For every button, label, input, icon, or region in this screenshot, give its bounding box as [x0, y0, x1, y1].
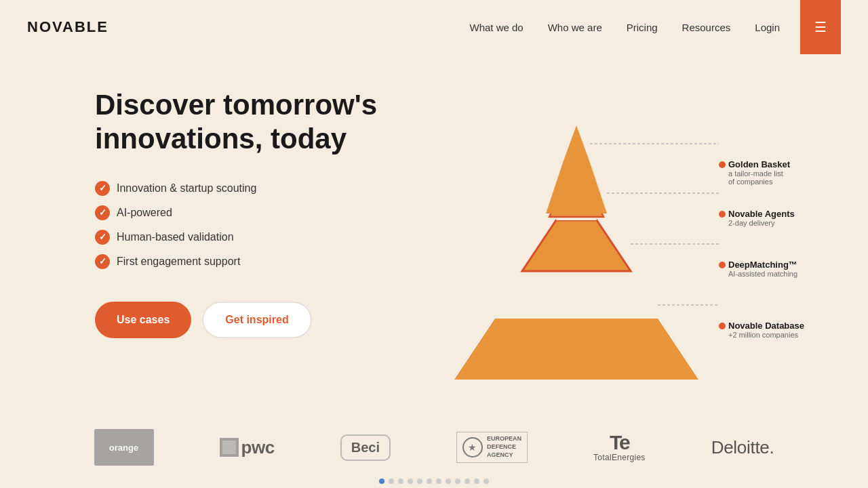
logo-beci: Beci — [340, 427, 391, 468]
dot-0[interactable] — [379, 479, 384, 484]
logo-orange: orange — [94, 427, 154, 468]
svg-marker-1 — [495, 271, 658, 319]
nav-link-login[interactable]: Login — [755, 22, 780, 33]
get-inspired-button[interactable]: Get inspired — [202, 302, 311, 338]
feature-text-2: Human-based validation — [117, 231, 234, 243]
hero-right: Golden Basket a tailor-made listof compa… — [434, 81, 773, 420]
logo-deloitte: Deloitte. — [711, 427, 774, 468]
label-sub-3: +2 million companies — [719, 331, 804, 339]
eda-text: EUROPEANDEFENCEAGENCY — [487, 435, 521, 459]
feature-list: Innovation & startup scouting AI-powered… — [95, 181, 434, 269]
check-icon-3 — [95, 254, 110, 269]
hero-section: Discover tomorrow's innovations, today I… — [0, 54, 868, 420]
pyramid-diagram: Golden Basket a tailor-made listof compa… — [434, 95, 773, 407]
eda-circle: ★ — [462, 437, 483, 458]
nav-link-pricing[interactable]: Pricing — [627, 22, 658, 33]
check-icon-0 — [95, 181, 110, 196]
check-icon-2 — [95, 230, 110, 245]
logo[interactable]: NOVABLE — [27, 18, 108, 36]
navbar: NOVABLE What we do Who we are Pricing Re… — [0, 0, 868, 54]
use-cases-button[interactable]: Use cases — [95, 302, 191, 338]
te-name: TotalEnergies — [593, 453, 646, 462]
pyramid-label-0: Golden Basket a tailor-made listof compa… — [719, 159, 790, 186]
dot-10[interactable] — [474, 479, 479, 484]
dot-6[interactable] — [436, 479, 441, 484]
label-dot-1 — [719, 211, 726, 218]
feature-item-2: Human-based validation — [95, 230, 434, 245]
dot-1[interactable] — [389, 479, 394, 484]
dot-2[interactable] — [398, 479, 403, 484]
label-sub-1: 2-day delivery — [719, 219, 795, 227]
logos-section: orange pwc Beci ★ EUROPEANDEFENCEAGENCY … — [0, 420, 868, 468]
label-dot-0 — [719, 161, 726, 168]
label-title-2: DeepMatching™ — [728, 260, 797, 270]
pyramid-label-2: DeepMatching™ AI-assisted matching — [719, 260, 797, 278]
logo-total-energies: Te TotalEnergies — [593, 427, 646, 468]
feature-text-0: Innovation & startup scouting — [117, 182, 256, 195]
feature-item-0: Innovation & startup scouting — [95, 181, 434, 196]
feature-item-3: First engagement support — [95, 254, 434, 269]
nav-link-who-we-are[interactable]: Who we are — [548, 22, 602, 33]
hero-title: Discover tomorrow's innovations, today — [95, 88, 420, 157]
dot-9[interactable] — [465, 479, 470, 484]
pwc-icon — [220, 438, 239, 457]
logo-eda: ★ EUROPEANDEFENCEAGENCY — [456, 427, 528, 468]
pwc-text: pwc — [241, 437, 275, 458]
hero-buttons: Use cases Get inspired — [95, 302, 434, 338]
dot-5[interactable] — [427, 479, 432, 484]
check-icon-1 — [95, 205, 110, 220]
feature-item-1: AI-powered — [95, 205, 434, 220]
label-dot-2 — [719, 262, 726, 268]
svg-marker-0 — [454, 319, 698, 380]
nav-link-what-we-do[interactable]: What we do — [469, 22, 523, 33]
dot-8[interactable] — [455, 479, 460, 484]
dot-7[interactable] — [446, 479, 451, 484]
eda-logo: ★ EUROPEANDEFENCEAGENCY — [456, 432, 528, 462]
hero-left: Discover tomorrow's innovations, today I… — [95, 81, 434, 338]
svg-marker-11 — [563, 125, 590, 163]
dot-11[interactable] — [484, 479, 489, 484]
te-letters: Te — [610, 432, 629, 453]
label-sub-0: a tailor-made listof companies — [719, 169, 790, 186]
label-title-1: Novable Agents — [728, 209, 795, 219]
logo-pwc: pwc — [220, 427, 275, 468]
te-logo: Te TotalEnergies — [593, 432, 646, 462]
pyramid-label-3: Novable Database +2 million companies — [719, 321, 804, 339]
label-dot-3 — [719, 323, 726, 329]
label-title-3: Novable Database — [728, 321, 804, 331]
label-title-0: Golden Basket — [728, 159, 790, 169]
pyramid-label-1: Novable Agents 2-day delivery — [719, 209, 795, 227]
pwc-logo: pwc — [220, 437, 275, 458]
label-sub-2: AI-assisted matching — [719, 270, 797, 278]
svg-marker-10 — [546, 163, 607, 214]
nav-links: What we do Who we are Pricing Resources … — [469, 22, 780, 33]
feature-text-1: AI-powered — [117, 207, 172, 219]
dot-4[interactable] — [417, 479, 422, 484]
nav-cta-button[interactable]: ☰ — [800, 0, 841, 54]
pyramid-svg — [434, 95, 719, 407]
feature-text-3: First engagement support — [117, 256, 240, 268]
nav-link-resources[interactable]: Resources — [682, 22, 731, 33]
dot-3[interactable] — [408, 479, 413, 484]
deloitte-text: Deloitte. — [711, 437, 774, 458]
pagination-dots — [0, 468, 868, 484]
orange-logo: orange — [94, 429, 154, 466]
beci-logo: Beci — [340, 434, 391, 461]
